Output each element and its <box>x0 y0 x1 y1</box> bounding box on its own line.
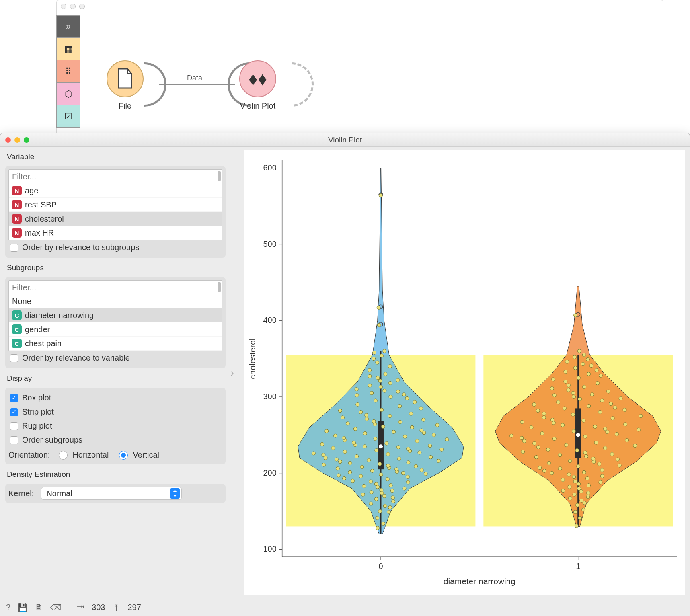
svg-point-47 <box>362 484 366 488</box>
list-item[interactable]: None <box>9 295 222 308</box>
file-widget-label: File <box>107 101 144 111</box>
svg-point-132 <box>356 402 359 406</box>
palette-evaluate-icon[interactable]: ☑ <box>56 105 80 128</box>
svg-point-49 <box>374 482 378 486</box>
display-option[interactable]: Rug plot <box>8 419 222 433</box>
svg-point-188 <box>567 473 571 476</box>
svg-point-65 <box>395 468 398 471</box>
checkbox[interactable] <box>10 408 18 416</box>
svg-point-190 <box>582 470 586 474</box>
list-item[interactable]: Cchest pain <box>9 337 222 351</box>
plot-area[interactable]: 10020030040050060001cholesteroldiameter … <box>244 150 685 595</box>
variable-list[interactable]: NageNrest SBPNcholesterolNmax HR <box>9 184 222 240</box>
help-icon[interactable]: ? <box>6 603 10 612</box>
list-item-label: age <box>25 186 38 195</box>
svg-point-57 <box>337 474 340 477</box>
svg-point-195 <box>577 464 580 468</box>
display-option[interactable]: Box plot <box>8 391 222 405</box>
reset-icon[interactable]: ⌫ <box>50 603 62 612</box>
save-icon[interactable]: 💾 <box>18 603 28 612</box>
svg-point-276 <box>573 355 576 359</box>
scrollbar-thumb[interactable] <box>218 171 221 181</box>
palette-visualize-icon[interactable]: ⠿ <box>56 60 80 83</box>
checkbox[interactable] <box>10 436 18 444</box>
display-option[interactable]: Strip plot <box>8 405 222 419</box>
svg-point-142 <box>355 388 358 391</box>
svg-point-239 <box>639 414 643 418</box>
display-section-title: Display <box>7 374 226 383</box>
subgroups-list[interactable]: NoneCdiameter narrowingCgenderCchest pai… <box>9 295 222 351</box>
svg-point-152 <box>388 365 392 368</box>
svg-point-86 <box>418 451 421 454</box>
svg-point-231 <box>561 423 565 427</box>
palette-data-icon[interactable]: ▦ <box>56 38 80 60</box>
list-item[interactable]: Nage <box>9 184 222 198</box>
svg-point-119 <box>398 420 402 424</box>
svg-point-255 <box>552 394 556 397</box>
order-subgroups-row[interactable]: Order by relevance to variable <box>8 351 222 365</box>
file-widget[interactable]: File <box>107 60 144 111</box>
input-count: 303 <box>92 603 105 612</box>
panel-collapse-handle[interactable]: › <box>230 367 239 379</box>
traffic-dot[interactable] <box>70 4 76 9</box>
svg-point-115 <box>381 425 385 428</box>
palette-expand-icon[interactable]: » <box>56 15 80 38</box>
svg-point-222 <box>509 434 513 437</box>
orientation-row: Orientation: Horizontal Vertical <box>8 449 222 461</box>
kernel-select[interactable]: Normal <box>41 487 182 500</box>
svg-point-114 <box>410 425 414 429</box>
svg-point-275 <box>586 358 589 361</box>
order-variables-row[interactable]: Order by relevance to subgroups <box>8 240 222 255</box>
radio-vertical[interactable] <box>119 451 128 460</box>
checkbox[interactable] <box>10 394 18 402</box>
variable-filter-input[interactable] <box>9 170 222 184</box>
svg-point-220 <box>520 436 524 440</box>
svg-point-78 <box>335 458 338 461</box>
list-item[interactable]: Cdiameter narrowing <box>9 308 222 322</box>
orientation-vertical[interactable]: Vertical <box>117 449 161 461</box>
svg-point-205 <box>558 453 562 457</box>
traffic-dot[interactable] <box>79 4 85 9</box>
orientation-horizontal[interactable]: Horizontal <box>57 449 110 461</box>
svg-point-81 <box>429 455 433 459</box>
svg-point-90 <box>440 448 444 451</box>
svg-point-206 <box>610 452 614 456</box>
radio-horizontal[interactable] <box>59 451 68 460</box>
svg-point-187 <box>600 474 604 478</box>
svg-point-212 <box>536 446 540 449</box>
svg-point-177 <box>561 489 565 493</box>
list-item[interactable]: Cgender <box>9 322 222 337</box>
list-item-label: rest SBP <box>25 200 57 209</box>
svg-point-112 <box>420 429 423 432</box>
svg-point-122 <box>365 417 368 421</box>
checkbox-label: Box plot <box>22 393 51 402</box>
order-variables-checkbox[interactable] <box>10 244 18 252</box>
display-group: Box plotStrip plotRug plotOrder subgroup… <box>5 388 226 464</box>
svg-point-94 <box>363 445 367 448</box>
canvas-link[interactable] <box>159 84 235 85</box>
checkbox[interactable] <box>10 422 18 430</box>
svg-point-125 <box>365 413 368 417</box>
scrollbar-thumb[interactable] <box>218 282 221 292</box>
violin-chart: 10020030040050060001cholesteroldiameter … <box>244 150 685 595</box>
svg-point-209 <box>575 448 579 452</box>
svg-point-148 <box>376 376 380 380</box>
order-subgroups-checkbox[interactable] <box>10 354 18 362</box>
svg-point-45 <box>402 487 406 490</box>
svg-point-181 <box>577 482 581 486</box>
violin-plot-widget[interactable]: ♦♦ Violin Plot <box>239 60 276 111</box>
svg-point-214 <box>565 443 568 447</box>
palette-model-icon[interactable]: ⬡ <box>56 83 80 105</box>
report-icon[interactable]: 🗎 <box>35 603 43 612</box>
dialog-titlebar[interactable]: Violin Plot <box>0 133 690 147</box>
display-option[interactable]: Order subgroups <box>8 433 222 447</box>
svg-point-69 <box>414 464 418 468</box>
svg-point-237 <box>611 417 614 420</box>
traffic-dot[interactable] <box>61 4 66 9</box>
svg-point-254 <box>572 395 576 398</box>
subgroups-filter-input[interactable] <box>9 281 222 295</box>
list-item[interactable]: Ncholesterol <box>9 212 222 226</box>
list-item[interactable]: Nrest SBP <box>9 198 222 212</box>
list-item[interactable]: Nmax HR <box>9 226 222 240</box>
svg-point-71 <box>322 463 326 466</box>
